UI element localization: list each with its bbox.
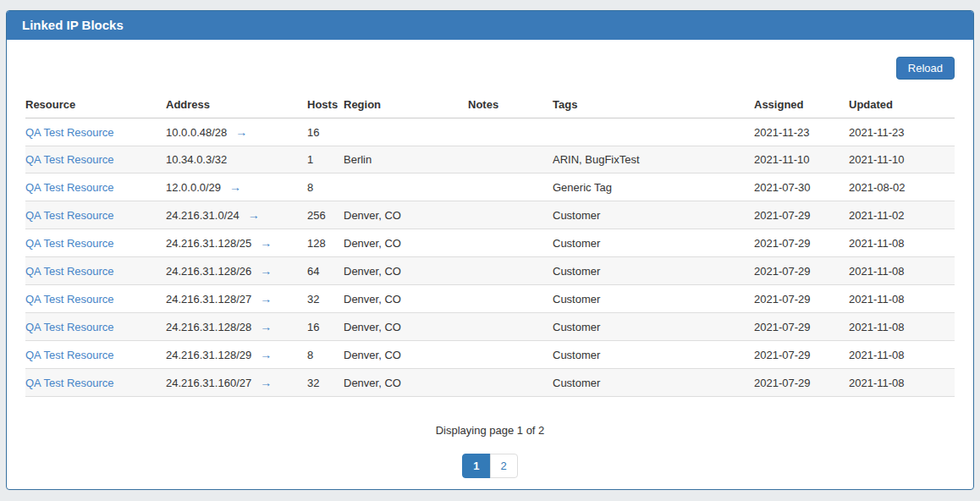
resource-cell: QA Test Resource <box>25 285 166 313</box>
assigned-value: 2021-07-29 <box>754 369 849 397</box>
assigned-value: 2021-07-29 <box>754 313 849 341</box>
address-cell: 24.216.31.128/28→ <box>166 313 307 341</box>
updated-value: 2021-11-08 <box>849 257 955 285</box>
resource-cell: QA Test Resource <box>25 341 166 369</box>
resource-cell: QA Test Resource <box>25 313 166 341</box>
region-value <box>344 118 468 146</box>
column-header-updated: Updated <box>849 91 955 118</box>
column-header-assigned: Assigned <box>754 91 849 118</box>
table-body: QA Test Resource 10.0.0.48/28→ 16 2021-1… <box>25 118 955 397</box>
region-value: Denver, CO <box>344 201 468 229</box>
tags-value: Customer <box>553 201 754 229</box>
notes-value <box>468 229 553 257</box>
notes-value <box>468 173 553 201</box>
resource-link[interactable]: QA Test Resource <box>25 265 114 278</box>
tags-value: Customer <box>553 285 754 313</box>
address-text: 10.0.0.48/28 <box>166 126 227 139</box>
address-cell: 12.0.0.0/29→ <box>166 173 307 201</box>
pagination-container: 1 2 <box>25 454 955 478</box>
table-row: QA Test Resource 24.216.31.128/27→ 32 De… <box>25 285 955 313</box>
hosts-value: 128 <box>307 229 344 257</box>
table-row: QA Test Resource 24.216.31.0/24→ 256 Den… <box>25 201 955 229</box>
updated-value: 2021-11-08 <box>849 369 955 397</box>
updated-value: 2021-11-08 <box>849 285 955 313</box>
subnet-arrow-icon[interactable]: → <box>229 180 241 194</box>
region-value: Denver, CO <box>344 313 468 341</box>
hosts-value: 32 <box>307 369 344 397</box>
address-cell: 24.216.31.0/24→ <box>166 201 307 229</box>
subnet-arrow-icon[interactable]: → <box>260 236 272 250</box>
notes-value <box>468 146 553 173</box>
hosts-value: 32 <box>307 285 344 313</box>
table-header: ResourceAddressHostsRegionNotesTagsAssig… <box>25 91 955 118</box>
table-row: QA Test Resource 10.34.0.3/32 1 Berlin A… <box>25 146 955 173</box>
table-header-row: ResourceAddressHostsRegionNotesTagsAssig… <box>25 91 955 118</box>
ip-blocks-table: ResourceAddressHostsRegionNotesTagsAssig… <box>25 91 955 397</box>
resource-link[interactable]: QA Test Resource <box>25 126 114 139</box>
address-text: 24.216.31.160/27 <box>166 377 251 389</box>
table-row: QA Test Resource 24.216.31.160/27→ 32 De… <box>25 369 955 397</box>
hosts-value: 1 <box>307 146 344 173</box>
tags-value: Customer <box>553 341 754 369</box>
column-header-resource: Resource <box>25 91 166 118</box>
notes-value <box>468 118 553 146</box>
assigned-value: 2021-11-23 <box>754 118 849 146</box>
resource-link[interactable]: QA Test Resource <box>25 181 114 194</box>
page-button-2[interactable]: 2 <box>490 454 518 478</box>
resource-cell: QA Test Resource <box>25 146 166 173</box>
tags-value: Customer <box>553 313 754 341</box>
linked-ip-blocks-panel: Linked IP Blocks Reload ResourceAddressH… <box>6 10 974 490</box>
notes-value <box>468 257 553 285</box>
subnet-arrow-icon[interactable]: → <box>260 320 272 333</box>
region-value: Denver, CO <box>344 229 468 257</box>
column-header-tags: Tags <box>553 91 754 118</box>
resource-link[interactable]: QA Test Resource <box>25 237 114 250</box>
tags-value: Customer <box>553 369 754 397</box>
address-text: 24.216.31.128/29 <box>166 349 251 361</box>
address-text: 10.34.0.3/32 <box>166 153 227 166</box>
address-text: 24.216.31.128/27 <box>166 293 251 306</box>
resource-link[interactable]: QA Test Resource <box>25 349 114 361</box>
subnet-arrow-icon[interactable]: → <box>235 125 247 139</box>
tags-value: Customer <box>553 229 754 257</box>
resource-cell: QA Test Resource <box>25 201 166 229</box>
hosts-value: 8 <box>307 173 344 201</box>
page-button-1[interactable]: 1 <box>462 454 490 478</box>
tags-value <box>553 118 754 146</box>
notes-value <box>468 341 553 369</box>
notes-value <box>468 285 553 313</box>
resource-cell: QA Test Resource <box>25 173 166 201</box>
notes-value <box>468 201 553 229</box>
resource-link[interactable]: QA Test Resource <box>25 293 114 306</box>
region-value <box>344 173 468 201</box>
panel-body: Reload ResourceAddressHostsRegionNotesTa… <box>7 40 973 478</box>
updated-value: 2021-11-08 <box>849 229 955 257</box>
assigned-value: 2021-07-30 <box>754 173 849 201</box>
hosts-value: 256 <box>307 201 344 229</box>
resource-link[interactable]: QA Test Resource <box>25 377 114 389</box>
table-row: QA Test Resource 24.216.31.128/26→ 64 De… <box>25 257 955 285</box>
assigned-value: 2021-07-29 <box>754 341 849 369</box>
region-value: Denver, CO <box>344 285 468 313</box>
resource-cell: QA Test Resource <box>25 118 166 146</box>
subnet-arrow-icon[interactable]: → <box>248 208 260 222</box>
resource-link[interactable]: QA Test Resource <box>25 153 114 166</box>
subnet-arrow-icon[interactable]: → <box>260 348 272 361</box>
hosts-value: 8 <box>307 341 344 369</box>
subnet-arrow-icon[interactable]: → <box>260 292 272 306</box>
assigned-value: 2021-11-10 <box>754 146 849 173</box>
subnet-arrow-icon[interactable]: → <box>260 376 272 389</box>
subnet-arrow-icon[interactable]: → <box>260 264 272 278</box>
notes-value <box>468 369 553 397</box>
resource-cell: QA Test Resource <box>25 369 166 397</box>
resource-link[interactable]: QA Test Resource <box>25 209 114 222</box>
column-header-hosts: Hosts <box>307 91 344 118</box>
reload-button[interactable]: Reload <box>896 57 955 80</box>
address-text: 24.216.31.128/26 <box>166 265 251 278</box>
resource-link[interactable]: QA Test Resource <box>25 321 114 333</box>
address-cell: 24.216.31.128/27→ <box>166 285 307 313</box>
panel-header: Linked IP Blocks <box>7 11 973 40</box>
toolbar: Reload <box>25 57 955 80</box>
table-row: QA Test Resource 24.216.31.128/25→ 128 D… <box>25 229 955 257</box>
address-text: 12.0.0.0/29 <box>166 181 221 194</box>
